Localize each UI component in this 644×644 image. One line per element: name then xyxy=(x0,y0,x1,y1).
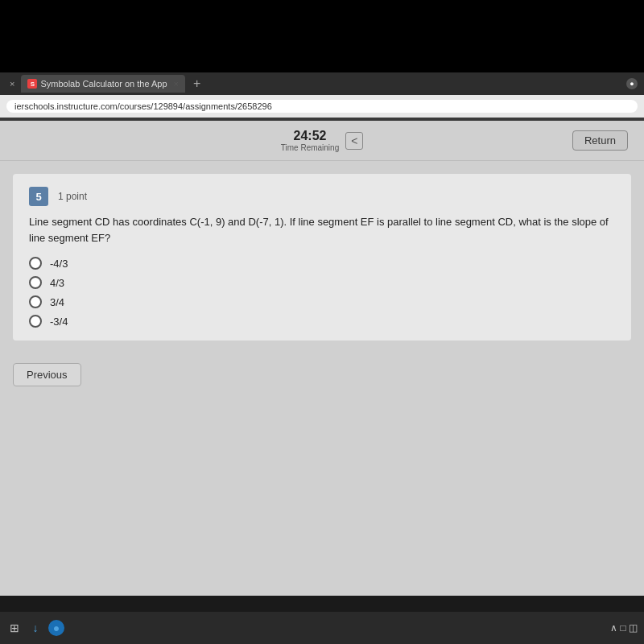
previous-button[interactable]: Previous xyxy=(13,363,81,386)
option-item-3[interactable]: 3/4 xyxy=(29,295,615,308)
option-label-2: 4/3 xyxy=(50,277,64,289)
top-bezel xyxy=(0,0,644,72)
radio-option-3[interactable] xyxy=(29,295,42,308)
tab-close[interactable]: × xyxy=(174,79,179,89)
quiz-header: 24:52 Time Remaining < Return xyxy=(0,121,644,161)
browser-menu-button[interactable]: ● xyxy=(626,78,638,89)
option-item-1[interactable]: -4/3 xyxy=(29,257,615,270)
tab-symbolab[interactable]: S Symbolab Calculator on the App × xyxy=(21,75,185,93)
new-tab-button[interactable]: + xyxy=(188,76,205,91)
question-container: 5 1 point Line segment CD has coordinate… xyxy=(13,174,631,341)
taskbar-right: ∧ □ ◫ xyxy=(610,622,638,634)
radio-option-2[interactable] xyxy=(29,276,42,289)
option-item-4[interactable]: -3/4 xyxy=(29,315,615,328)
question-points: 1 point xyxy=(58,191,87,202)
system-tray: ∧ □ ◫ xyxy=(610,622,638,634)
tab-label: Symbolab Calculator on the App xyxy=(40,79,167,89)
chrome-icon[interactable]: ● xyxy=(48,620,64,636)
question-text: Line segment CD has coordinates C(-1, 9)… xyxy=(29,214,615,246)
option-label-4: -3/4 xyxy=(50,316,68,328)
return-button[interactable]: Return xyxy=(572,130,628,151)
option-item-2[interactable]: 4/3 xyxy=(29,276,615,289)
bottom-bezel xyxy=(0,596,644,612)
windows-icon[interactable]: ⊞ xyxy=(6,620,23,636)
timer-value: 24:52 xyxy=(294,129,327,143)
chevron-button[interactable]: < xyxy=(345,132,363,150)
content-area: 24:52 Time Remaining < Return 5 1 point … xyxy=(0,121,644,612)
tab-close-first[interactable]: × xyxy=(6,77,18,90)
option-label-3: 3/4 xyxy=(50,296,64,308)
radio-option-4[interactable] xyxy=(29,315,42,328)
option-label-1: -4/3 xyxy=(50,258,68,270)
options-list: -4/3 4/3 3/4 -3/4 xyxy=(29,257,615,328)
question-number: 5 xyxy=(29,187,48,206)
symbolab-icon: S xyxy=(27,79,37,89)
taskbar: ⊞ ↓ ● ∧ □ ◫ xyxy=(0,612,644,644)
question-header: 5 1 point xyxy=(29,187,615,206)
browser-chrome: × S Symbolab Calculator on the App × + ● xyxy=(0,72,644,121)
timer-label: Time Remaining xyxy=(281,143,339,152)
taskbar-left: ⊞ ↓ ● xyxy=(6,620,64,636)
address-bar xyxy=(0,95,644,118)
download-icon[interactable]: ↓ xyxy=(27,620,43,636)
tab-bar: × S Symbolab Calculator on the App × + ● xyxy=(0,72,644,95)
timer-section: 24:52 Time Remaining xyxy=(281,129,339,152)
address-input[interactable] xyxy=(6,100,638,113)
radio-option-1[interactable] xyxy=(29,257,42,270)
